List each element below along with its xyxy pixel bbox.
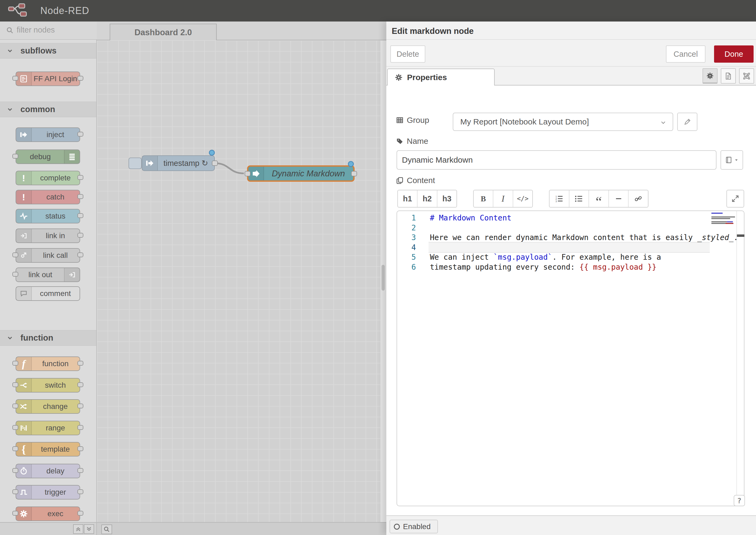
cancel-button[interactable]: Cancel	[666, 45, 706, 63]
editor-line: 2	[397, 223, 744, 233]
palette-category-common[interactable]: common	[0, 101, 96, 117]
palette-collapse-all-button[interactable]	[73, 524, 83, 534]
palette-node-label: catch	[31, 190, 80, 204]
tab-description-button[interactable]	[721, 68, 736, 84]
palette-node-change[interactable]: change	[15, 399, 80, 414]
name-input[interactable]: Dynamic Markdown	[397, 150, 716, 170]
ordered-list-button[interactable]: 123	[549, 190, 570, 207]
node-enabled-toggle[interactable]: Enabled	[390, 520, 438, 533]
palette-node-exec[interactable]: exec	[15, 506, 80, 521]
output-port[interactable]	[351, 171, 357, 176]
category-label: function	[20, 333, 53, 343]
tab-appearance-button[interactable]	[739, 68, 754, 84]
comment-icon	[16, 287, 32, 300]
unordered-list-button[interactable]	[570, 190, 589, 207]
bold-button[interactable]: B	[474, 190, 493, 207]
palette-search-input[interactable]: filter nodes	[0, 21, 97, 40]
node-properties-form: Group My Report [Notebook Layout Demo] N…	[386, 86, 756, 515]
canvas-vertical-scrollbar[interactable]	[380, 40, 386, 522]
scrollbar-thumb[interactable]	[381, 265, 385, 291]
enabled-label: Enabled	[403, 522, 431, 531]
link-button[interactable]	[629, 190, 648, 207]
code-label: </>	[517, 195, 529, 203]
palette-node-function[interactable]: f function	[15, 356, 80, 371]
expand-editor-button[interactable]	[726, 190, 744, 208]
edit-group-button[interactable]	[677, 113, 697, 131]
delete-button[interactable]: Delete	[390, 45, 425, 63]
blockquote-button[interactable]: “	[589, 190, 609, 207]
enabled-circle-icon	[394, 524, 400, 530]
palette-node-debug[interactable]: debug	[15, 150, 80, 164]
palette-node-link-out[interactable]: link out	[15, 268, 80, 282]
workspace-canvas[interactable]: Dashboard 2.0 timestamp ↻	[97, 21, 386, 535]
input-port	[13, 404, 18, 408]
editor-help-button[interactable]: ?	[734, 495, 745, 506]
workspace-tab-dashboard-2-0[interactable]: Dashboard 2.0	[110, 24, 217, 41]
inject-trigger-button[interactable]	[128, 157, 142, 169]
palette-node-ff-api-login[interactable]: FF API Login	[15, 71, 80, 86]
unordered-list-icon	[575, 195, 583, 203]
horizontal-rule-button[interactable]	[609, 190, 629, 207]
palette-node-template[interactable]: { template	[15, 442, 80, 457]
palette-node-switch[interactable]: switch	[15, 378, 80, 392]
line-text: We can inject `msg.payload`. For example…	[430, 253, 661, 262]
list-button-group: 123 “	[549, 190, 649, 208]
palette-node-trigger[interactable]: trigger	[15, 485, 80, 499]
italic-label: I	[501, 194, 504, 204]
palette-node-label: range	[31, 421, 80, 435]
divider	[386, 66, 756, 67]
inject-icon	[142, 156, 158, 170]
palette-node-complete[interactable]: ! complete	[15, 171, 80, 185]
palette-node-label: link call	[31, 249, 80, 262]
palette-node-label: switch	[31, 379, 80, 392]
h1-button[interactable]: h1	[398, 190, 417, 207]
line-number: 3	[397, 233, 416, 242]
input-port	[13, 154, 18, 158]
palette-category-subflows[interactable]: subflows	[0, 43, 96, 59]
palette-node-link-call[interactable]: link call	[15, 248, 80, 263]
line-number: 2	[397, 223, 416, 232]
flow-grid[interactable]: timestamp ↻ Dynamic Markdown	[97, 40, 386, 522]
done-button[interactable]: Done	[714, 45, 754, 63]
palette-node-range[interactable]: range	[15, 421, 80, 435]
chevron-down-icon	[660, 119, 667, 126]
code-button[interactable]: </>	[513, 190, 532, 207]
cancel-button-label: Cancel	[673, 50, 698, 59]
palette-node-comment[interactable]: comment	[15, 286, 80, 301]
svg-text:3: 3	[555, 200, 557, 203]
horizontal-rule-icon	[615, 195, 622, 202]
tab-properties[interactable]: Properties	[387, 69, 495, 86]
group-select[interactable]: My Report [Notebook Layout Demo]	[453, 113, 673, 131]
caret-down-icon	[734, 158, 739, 162]
palette-sidebar: filter nodes subflows FF API Login commo…	[0, 21, 97, 535]
input-port[interactable]	[245, 171, 251, 176]
editor-line: 4	[397, 243, 744, 253]
debug-icon	[64, 150, 80, 163]
flow-node-dynamic-markdown[interactable]: Dynamic Markdown	[247, 165, 354, 182]
palette-node-label: template	[31, 442, 80, 456]
input-port	[13, 272, 18, 277]
output-port[interactable]	[212, 160, 218, 166]
h2-button[interactable]: h2	[417, 190, 437, 207]
palette-node-link-in[interactable]: link in	[15, 229, 80, 243]
canvas-zoom-search-button[interactable]	[101, 524, 112, 534]
tab-properties-icon-button[interactable]	[703, 68, 717, 84]
range-icon	[16, 421, 32, 435]
palette-node-status[interactable]: status	[15, 209, 80, 223]
palette-category-function[interactable]: function	[0, 330, 96, 346]
palette-node-catch[interactable]: ! catch	[15, 190, 80, 204]
flow-node-timestamp[interactable]: timestamp ↻	[142, 155, 215, 171]
palette-expand-all-button[interactable]	[84, 524, 94, 534]
palette-node-label: FF API Login	[31, 72, 80, 86]
h3-button[interactable]: h3	[437, 190, 457, 207]
italic-button[interactable]: I	[493, 190, 513, 207]
markdown-code-editor[interactable]: 1 # Markdown Content 2 3 Here we can ren…	[397, 211, 744, 506]
palette-node-inject[interactable]: inject	[15, 127, 80, 142]
palette-node-delay[interactable]: delay	[15, 464, 80, 478]
delay-icon	[16, 464, 32, 478]
palette-footer	[0, 522, 96, 535]
flow-node-label: timestamp ↻	[157, 156, 214, 170]
content-label-text: Content	[407, 176, 435, 185]
label-options-button[interactable]	[720, 150, 743, 170]
output-port	[77, 194, 83, 199]
